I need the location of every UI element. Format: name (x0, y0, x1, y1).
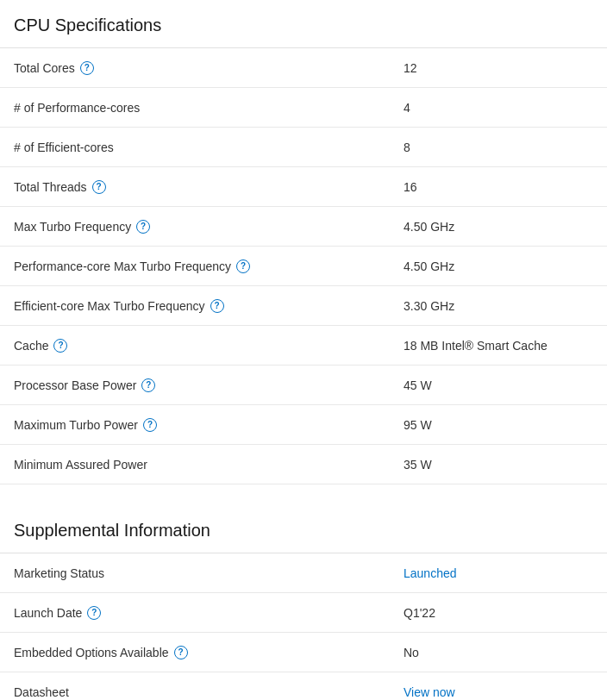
spec-label: Launch Date? (14, 606, 404, 620)
table-row: Launch Date?Q1'22 (0, 593, 607, 633)
section-gap-1 (0, 484, 607, 505)
table-row: Total Threads?16 (0, 167, 607, 207)
table-row: Maximum Turbo Power?95 W (0, 405, 607, 445)
table-row: Minimum Assured Power35 W (0, 445, 607, 484)
help-icon[interactable]: ? (174, 646, 188, 659)
cpu-section: CPU Specifications Total Cores?12# of Pe… (0, 0, 607, 484)
help-icon[interactable]: ? (53, 339, 67, 353)
help-icon[interactable]: ? (143, 418, 157, 432)
spec-value: 18 MB Intel® Smart Cache (404, 339, 593, 353)
help-icon[interactable]: ? (236, 259, 250, 273)
spec-label-text: # of Performance-cores (14, 101, 140, 115)
spec-label-text: Maximum Turbo Power (14, 418, 138, 432)
table-row: Max Turbo Frequency?4.50 GHz (0, 207, 607, 247)
table-row: DatasheetView now (0, 672, 607, 700)
spec-label-text: Cache (14, 339, 48, 353)
spec-label: Efficient-core Max Turbo Frequency? (14, 299, 404, 313)
supplemental-spec-table: Marketing StatusLaunchedLaunch Date?Q1'2… (0, 553, 607, 700)
spec-value: 45 W (404, 378, 593, 392)
table-row: Processor Base Power?45 W (0, 366, 607, 405)
spec-value: 4 (404, 101, 593, 115)
spec-label-text: Efficient-core Max Turbo Frequency (14, 299, 205, 313)
table-row: Marketing StatusLaunched (0, 553, 607, 593)
spec-label: Processor Base Power? (14, 378, 404, 392)
spec-value: 35 W (404, 458, 593, 472)
spec-label-text: Max Turbo Frequency (14, 220, 131, 234)
spec-label: Max Turbo Frequency? (14, 220, 404, 234)
table-row: Cache?18 MB Intel® Smart Cache (0, 326, 607, 366)
help-icon[interactable]: ? (136, 220, 150, 234)
help-icon[interactable]: ? (92, 180, 106, 194)
spec-label-text: Embedded Options Available (14, 646, 169, 659)
table-row: Total Cores?12 (0, 48, 607, 88)
help-icon[interactable]: ? (210, 299, 224, 313)
table-row: # of Performance-cores4 (0, 88, 607, 128)
spec-value: No (404, 646, 593, 659)
spec-label-text: Total Threads (14, 180, 87, 194)
spec-label-text: Marketing Status (14, 566, 104, 580)
spec-label: # of Efficient-cores (14, 141, 404, 154)
spec-label: Maximum Turbo Power? (14, 418, 404, 432)
supplemental-section-title: Supplemental Information (0, 505, 607, 553)
help-icon[interactable]: ? (87, 606, 101, 620)
spec-label-text: Minimum Assured Power (14, 458, 147, 472)
table-row: Embedded Options Available?No (0, 633, 607, 672)
spec-value: 4.50 GHz (404, 259, 593, 273)
spec-value: 12 (404, 61, 593, 75)
spec-label: Cache? (14, 339, 404, 353)
spec-label-text: Performance-core Max Turbo Frequency (14, 259, 231, 273)
help-icon[interactable]: ? (80, 61, 94, 75)
table-row: # of Efficient-cores8 (0, 128, 607, 167)
supplemental-section: Supplemental Information Marketing Statu… (0, 505, 607, 700)
spec-label: Embedded Options Available? (14, 646, 404, 659)
spec-value: Launched (404, 566, 593, 580)
spec-label: Total Threads? (14, 180, 404, 194)
spec-label-text: Datasheet (14, 685, 69, 699)
table-row: Efficient-core Max Turbo Frequency?3.30 … (0, 286, 607, 326)
spec-label-text: Processor Base Power (14, 378, 136, 392)
help-icon[interactable]: ? (141, 378, 155, 392)
spec-label: # of Performance-cores (14, 101, 404, 115)
cpu-section-title: CPU Specifications (0, 0, 607, 48)
spec-label: Marketing Status (14, 566, 404, 580)
spec-label-text: # of Efficient-cores (14, 141, 114, 154)
spec-value: 3.30 GHz (404, 299, 593, 313)
spec-label: Total Cores? (14, 61, 404, 75)
spec-value: Q1'22 (404, 606, 593, 620)
spec-label: Datasheet (14, 685, 404, 699)
spec-value: 8 (404, 141, 593, 154)
cpu-spec-table: Total Cores?12# of Performance-cores4# o… (0, 48, 607, 484)
spec-value: 16 (404, 180, 593, 194)
spec-value[interactable]: View now (404, 685, 593, 699)
spec-label-text: Total Cores (14, 61, 75, 75)
spec-value: 95 W (404, 418, 593, 432)
spec-label: Minimum Assured Power (14, 458, 404, 472)
spec-label: Performance-core Max Turbo Frequency? (14, 259, 404, 273)
table-row: Performance-core Max Turbo Frequency?4.5… (0, 247, 607, 286)
spec-value: 4.50 GHz (404, 220, 593, 234)
spec-label-text: Launch Date (14, 606, 82, 620)
